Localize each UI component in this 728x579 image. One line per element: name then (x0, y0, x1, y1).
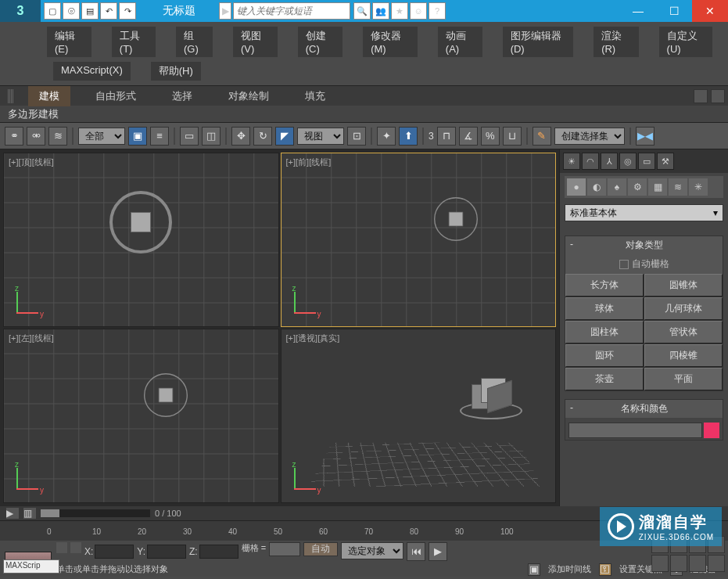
z-coord-input[interactable] (199, 545, 238, 559)
name-color-rollout-header[interactable]: -名称和颜色 (565, 400, 723, 418)
community-icon[interactable]: 👥 (372, 2, 389, 20)
primitive-button[interactable]: 四棱锥 (644, 344, 723, 367)
mirror-icon[interactable]: ▶◀ (636, 127, 654, 146)
rotate-icon[interactable]: ↻ (253, 127, 272, 146)
rect-select-icon[interactable]: ▭ (180, 127, 199, 146)
primitive-button[interactable]: 茶壶 (565, 368, 644, 390)
qat-save-icon[interactable]: ▤ (81, 2, 99, 20)
arc-icon[interactable]: ◠ (582, 153, 599, 170)
menu-item[interactable]: 视图(V) (233, 27, 278, 57)
binoculars-icon[interactable]: 🔍 (353, 2, 371, 20)
menu-item[interactable]: 渲染(R) (594, 27, 638, 57)
help-icon[interactable]: ? (429, 2, 446, 20)
named-sets-dropdown[interactable]: 创建选择集 (554, 128, 625, 145)
x-coord-input[interactable] (95, 545, 134, 559)
gripper-icon[interactable] (8, 89, 14, 103)
bind-icon[interactable]: ≋ (48, 127, 67, 146)
snap-icon[interactable]: ⊓ (437, 127, 456, 146)
ref-coord-dropdown[interactable]: 视图 (297, 128, 344, 145)
minimize-button[interactable]: — (620, 0, 656, 22)
search-play-icon[interactable]: ▶ (219, 2, 231, 20)
ribbon-tab[interactable]: 自由形式 (84, 86, 147, 106)
auto-grid-checkbox[interactable]: 自动栅格 (565, 254, 723, 274)
auto-key-button[interactable]: 自动 (303, 542, 338, 556)
menu-item[interactable]: 图形编辑器(D) (503, 27, 574, 57)
percent-snap-icon[interactable]: % (481, 127, 500, 146)
play-prev-icon[interactable]: ⏮ (407, 542, 425, 561)
ribbon-tab[interactable]: 对象绘制 (217, 86, 280, 106)
manip-icon[interactable]: ✦ (377, 127, 396, 146)
maxscript-mini-listener[interactable]: MAXScrip (3, 559, 59, 574)
systems-tab-icon[interactable]: ✳ (689, 178, 708, 196)
menu-item[interactable]: 帮助(H) (151, 62, 201, 81)
timeline-scrollbar[interactable] (41, 509, 150, 517)
angle-snap-icon[interactable]: ∡ (459, 127, 478, 146)
qat-redo-icon[interactable]: ↷ (119, 2, 136, 20)
edit-named-icon[interactable]: ✎ (533, 127, 551, 146)
viewport-perspective[interactable]: [+][透视][真实] zy (281, 329, 557, 503)
menu-item[interactable]: 修改器(M) (363, 27, 418, 57)
object-color-swatch[interactable] (704, 423, 719, 438)
ribbon-minimize-icon[interactable] (711, 89, 725, 103)
utilities-tab-icon[interactable]: ≋ (669, 178, 687, 196)
monitor-icon[interactable]: ▭ (638, 153, 655, 170)
viewport-front[interactable]: [+][前][线框] zy (281, 153, 557, 327)
hammer-icon[interactable]: ⚒ (657, 153, 674, 170)
object-name-input[interactable] (568, 423, 702, 438)
menu-item[interactable]: 自定义(U) (659, 27, 712, 57)
maxmin-icon[interactable] (708, 555, 725, 572)
move-icon[interactable]: ✥ (231, 127, 250, 146)
scale-icon[interactable]: ◤ (275, 127, 294, 146)
menu-item[interactable]: 工具(T) (112, 27, 156, 57)
ribbon-tab[interactable]: 选择 (161, 86, 203, 106)
signin-icon[interactable]: ☺ (410, 2, 427, 20)
menu-item[interactable]: 动画(A) (438, 27, 482, 57)
play-icon[interactable]: ▶ (429, 542, 447, 561)
unlink-icon[interactable]: ⚮ (27, 127, 45, 146)
ribbon-dropdown-icon[interactable] (694, 89, 708, 103)
close-button[interactable]: ✕ (692, 0, 728, 22)
search-input[interactable] (233, 2, 350, 20)
circles-icon[interactable]: ◎ (619, 153, 637, 170)
fov-icon[interactable] (651, 555, 669, 572)
keyboard-icon[interactable]: ⬆ (399, 127, 418, 146)
pivot-icon[interactable]: ⊡ (347, 127, 366, 146)
hierarchy-tab-icon[interactable]: ♠ (608, 178, 626, 196)
primitive-button[interactable]: 管状体 (644, 321, 723, 343)
track-expand-icon[interactable]: ▶ (6, 508, 19, 519)
compass-icon[interactable]: ⅄ (601, 153, 618, 170)
orbit-icon[interactable] (689, 555, 706, 572)
ribbon-tab[interactable]: 填充 (294, 86, 336, 106)
iso-icon[interactable] (70, 542, 81, 553)
primitive-category-dropdown[interactable]: 标准基本体▾ (565, 204, 723, 221)
lock-icon[interactable] (56, 542, 67, 553)
app-logo[interactable]: 3 (0, 0, 41, 22)
modify-tab-icon[interactable]: ◐ (587, 178, 606, 196)
y-coord-input[interactable] (147, 545, 186, 559)
menu-item[interactable]: 创建(C) (298, 27, 342, 57)
pan-icon[interactable] (670, 555, 687, 572)
addtime-icon[interactable]: ▣ (528, 563, 540, 576)
qat-new-icon[interactable]: ▢ (44, 2, 61, 20)
display-tab-icon[interactable]: ▦ (648, 178, 667, 196)
menu-item[interactable]: 组(G) (176, 27, 213, 57)
key-target-dropdown[interactable]: 选定对象 (341, 542, 403, 559)
primitive-button[interactable]: 圆环 (565, 344, 644, 367)
primitive-button[interactable]: 长方体 (565, 274, 644, 297)
key-icon[interactable]: ⚿ (599, 563, 611, 576)
select-name-icon[interactable]: ≡ (150, 127, 169, 146)
maximize-button[interactable]: ☐ (656, 0, 692, 22)
primitive-button[interactable]: 圆柱体 (565, 321, 644, 343)
selection-filter-dropdown[interactable]: 全部 (78, 128, 125, 145)
window-crossing-icon[interactable]: ◫ (202, 127, 221, 146)
track-view-icon[interactable]: ▥ (23, 508, 36, 519)
sun-icon[interactable]: ☀ (563, 153, 580, 170)
object-type-rollout-header[interactable]: -对象类型 (565, 236, 723, 254)
qat-undo-icon[interactable]: ↶ (100, 2, 117, 20)
select-object-icon[interactable]: ▣ (128, 127, 147, 146)
menu-item[interactable]: 编辑(E) (47, 27, 91, 57)
favorite-icon[interactable]: ★ (391, 2, 408, 20)
motion-tab-icon[interactable]: ⚙ (628, 178, 647, 196)
menu-item[interactable]: MAXScript(X) (53, 62, 131, 81)
spinner-snap-icon[interactable]: ⊔ (503, 127, 522, 146)
